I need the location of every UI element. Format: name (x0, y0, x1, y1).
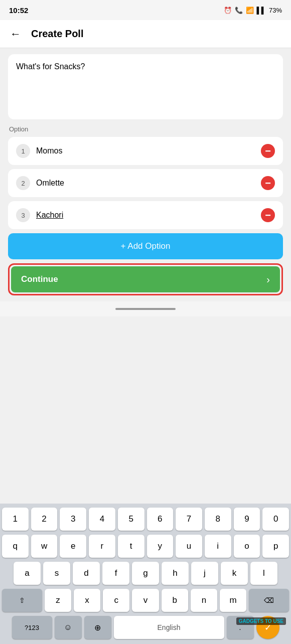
option-number-2: 2 (16, 176, 30, 190)
key-r[interactable]: r (89, 535, 115, 558)
key-t[interactable]: t (118, 535, 144, 558)
wifi-icon: 📶 (246, 7, 254, 14)
option-item-1: 1 Momos (8, 137, 283, 165)
signal-icon: ▌▌ (257, 7, 266, 14)
key-k[interactable]: k (221, 562, 248, 585)
key-g[interactable]: g (132, 562, 159, 585)
continue-button[interactable]: Continue › (11, 266, 280, 292)
key-8[interactable]: 8 (205, 508, 231, 531)
key-e[interactable]: e (60, 535, 86, 558)
key-1[interactable]: 1 (2, 508, 29, 531)
status-bar: 10:52 ⏰ 📞 📶 ▌▌ 73% (0, 0, 291, 20)
question-box[interactable]: What's for Snacks? (8, 54, 283, 119)
key-o[interactable]: o (234, 535, 260, 558)
back-button[interactable]: ← (8, 26, 23, 43)
main-content: What's for Snacks? Option 1 Momos 2 Omle… (0, 48, 291, 301)
header: ← Create Poll (0, 20, 291, 48)
key-l[interactable]: l (250, 562, 277, 585)
key-i[interactable]: i (205, 535, 231, 558)
question-text: What's for Snacks? (16, 62, 85, 71)
option-number-3: 3 (16, 208, 30, 222)
key-9[interactable]: 9 (234, 508, 260, 531)
continue-arrow-icon: › (266, 274, 270, 285)
remove-option-1-button[interactable] (261, 144, 275, 158)
bottom-nav (0, 301, 291, 316)
option-text-1: Momos (36, 146, 62, 155)
key-3[interactable]: 3 (60, 508, 86, 531)
key-f[interactable]: f (102, 562, 129, 585)
option-text-3: Kachori (36, 211, 63, 220)
option-item-2: 2 Omlette (8, 169, 283, 197)
battery-icon: 73% (269, 7, 282, 14)
option-left-2: 2 Omlette (16, 176, 64, 190)
nav-indicator (115, 308, 176, 310)
key-n[interactable]: n (191, 589, 217, 612)
key-u[interactable]: u (176, 535, 202, 558)
key-w[interactable]: w (31, 535, 58, 558)
symbols-key[interactable]: ?123 (12, 616, 52, 639)
continue-label: Continue (21, 274, 58, 284)
emoji-key[interactable]: ☺ (55, 616, 82, 639)
remove-option-2-button[interactable] (261, 176, 275, 190)
option-text-2: Omlette (36, 179, 64, 188)
key-q[interactable]: q (2, 535, 29, 558)
key-y[interactable]: y (147, 535, 174, 558)
watermark: GADGETS TO USE (236, 617, 286, 625)
keyboard-row-numbers: 1 2 3 4 5 6 7 8 9 0 (2, 508, 289, 531)
key-5[interactable]: 5 (118, 508, 144, 531)
key-x[interactable]: x (74, 589, 100, 612)
key-j[interactable]: j (191, 562, 218, 585)
key-h[interactable]: h (162, 562, 189, 585)
key-p[interactable]: p (262, 535, 289, 558)
status-time: 10:52 (9, 6, 28, 15)
key-6[interactable]: 6 (147, 508, 174, 531)
keyboard-row-asdf: a s d f g h j k l (2, 562, 289, 585)
shift-key[interactable]: ⇧ (2, 589, 42, 612)
key-4[interactable]: 4 (89, 508, 115, 531)
space-key[interactable]: English (114, 616, 224, 639)
key-2[interactable]: 2 (31, 508, 58, 531)
status-icons: ⏰ 📞 📶 ▌▌ 73% (224, 7, 282, 14)
backspace-key[interactable]: ⌫ (249, 589, 289, 612)
add-option-button[interactable]: + Add Option (8, 233, 283, 259)
globe-key[interactable]: ⊕ (84, 616, 111, 639)
page-title: Create Poll (31, 28, 83, 40)
key-z[interactable]: z (45, 589, 71, 612)
key-s[interactable]: s (43, 562, 70, 585)
key-0[interactable]: 0 (262, 508, 289, 531)
continue-button-wrapper: Continue › (8, 263, 283, 295)
key-a[interactable]: a (14, 562, 41, 585)
option-item-3: 3 Kachori (8, 201, 283, 229)
key-d[interactable]: d (73, 562, 100, 585)
option-left-1: 1 Momos (16, 144, 62, 158)
key-c[interactable]: c (103, 589, 129, 612)
remove-option-3-button[interactable] (261, 208, 275, 222)
keyboard-row-zxcv: ⇧ z x c v b n m ⌫ (2, 589, 289, 612)
call-icon: 📞 (235, 7, 243, 14)
options-label: Option (8, 125, 283, 133)
key-b[interactable]: b (162, 589, 188, 612)
option-number-1: 1 (16, 144, 30, 158)
key-v[interactable]: v (132, 589, 159, 612)
keyboard-row-qwerty: q w e r t y u i o p (2, 535, 289, 558)
alarm-icon: ⏰ (224, 7, 232, 14)
option-left-3: 3 Kachori (16, 208, 63, 222)
key-m[interactable]: m (220, 589, 246, 612)
key-7[interactable]: 7 (176, 508, 202, 531)
